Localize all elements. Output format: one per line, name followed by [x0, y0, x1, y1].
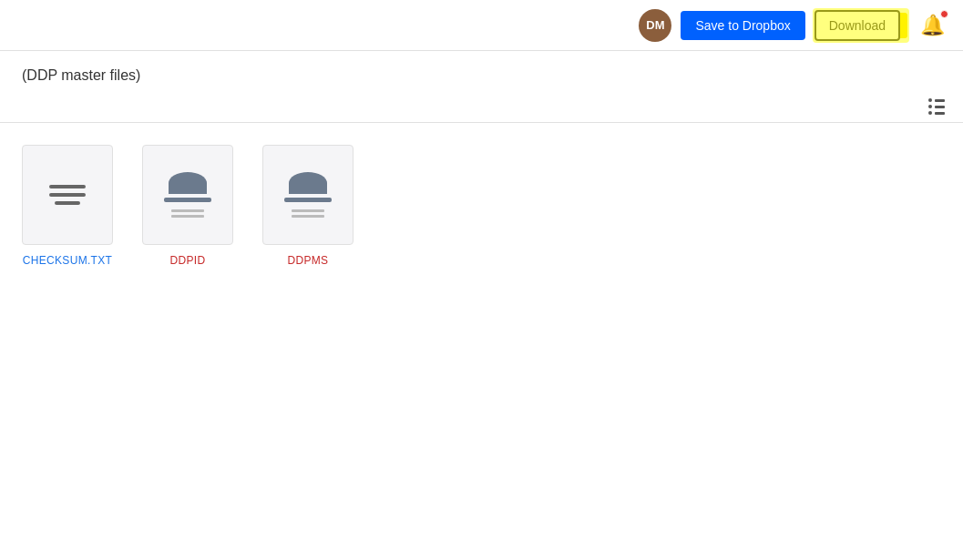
files-area: CHECKSUM.TXT DDPID	[0, 123, 963, 289]
dome-line-1	[292, 209, 324, 212]
dome-lines	[292, 209, 324, 218]
dome-shape	[289, 172, 327, 194]
text-line-3	[55, 201, 80, 205]
toolbar-row	[0, 91, 963, 123]
header: DM Save to Dropbox Download 🔔	[0, 0, 963, 51]
file-item[interactable]: CHECKSUM.TXT	[22, 145, 113, 267]
ddp-file-icon	[284, 172, 332, 218]
file-item[interactable]: DDPMS	[262, 145, 353, 267]
notification-button[interactable]: 🔔	[917, 10, 948, 41]
save-to-dropbox-button[interactable]: Save to Dropbox	[681, 11, 804, 40]
text-file-icon	[49, 185, 86, 205]
dome-line-2	[292, 215, 324, 218]
list-view-icon	[928, 98, 945, 115]
file-thumbnail	[262, 145, 353, 245]
text-line-1	[49, 185, 86, 188]
files-grid: CHECKSUM.TXT DDPID	[22, 145, 941, 267]
dome-lines	[171, 209, 204, 218]
page-title-bar: (DDP master files)	[0, 51, 963, 91]
download-button[interactable]: Download	[814, 10, 900, 41]
dome-shape	[169, 172, 207, 194]
file-name: CHECKSUM.TXT	[23, 254, 112, 267]
file-item[interactable]: DDPID	[142, 145, 233, 267]
download-button-wrapper: Download	[814, 10, 907, 41]
list-view-button[interactable]	[925, 95, 948, 118]
text-line-2	[49, 193, 86, 197]
dome-brim	[164, 198, 211, 202]
file-name: DDPID	[170, 254, 206, 267]
dome-line-2	[171, 215, 204, 218]
dome-line-1	[171, 209, 204, 212]
ddp-file-icon	[164, 172, 211, 218]
file-thumbnail	[142, 145, 233, 245]
file-thumbnail	[22, 145, 113, 245]
user-avatar[interactable]: DM	[639, 9, 671, 42]
dome-brim	[284, 198, 332, 202]
page-title: (DDP master files)	[22, 67, 140, 83]
file-name: DDPMS	[288, 254, 329, 267]
notification-badge	[940, 10, 948, 18]
